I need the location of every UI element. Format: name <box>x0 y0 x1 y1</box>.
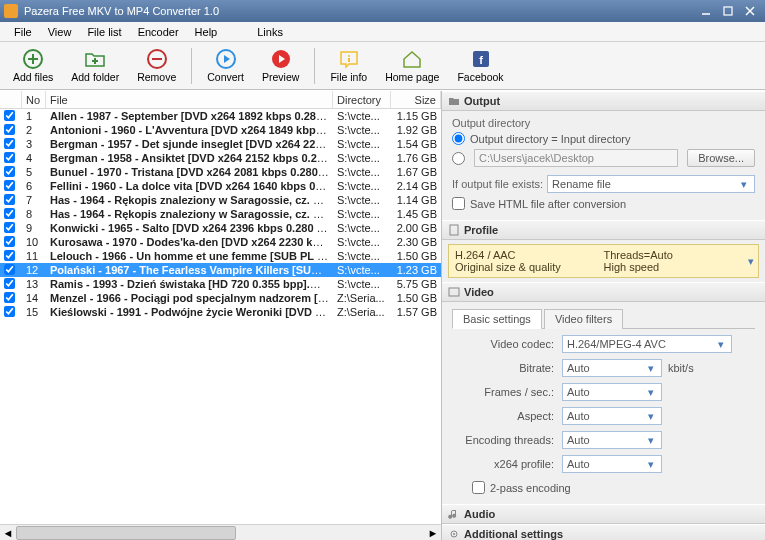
video-panel-header[interactable]: Video <box>442 282 765 302</box>
additional-panel-header[interactable]: Additional settings <box>442 524 765 540</box>
fb-icon: f <box>470 48 492 70</box>
row-checkbox[interactable] <box>4 166 15 177</box>
save-html-checkbox[interactable] <box>452 197 465 210</box>
table-row[interactable]: 10Kurosawa - 1970 - Dodes'ka-den [DVD x2… <box>0 235 441 249</box>
folder-plus-icon <box>84 48 106 70</box>
scroll-thumb[interactable] <box>16 526 236 540</box>
row-checkbox[interactable] <box>4 222 15 233</box>
preview-button[interactable]: Preview <box>253 45 308 86</box>
tab-video-filters[interactable]: Video filters <box>544 309 623 329</box>
table-row[interactable]: 9Konwicki - 1965 - Salto [DVD x264 2396 … <box>0 221 441 235</box>
fps-combo[interactable]: Auto▾ <box>562 383 662 401</box>
output-panel-header[interactable]: Output <box>442 91 765 111</box>
menu-encoder[interactable]: Encoder <box>130 24 187 40</box>
plus-icon <box>22 48 44 70</box>
col-dir[interactable]: Directory <box>333 91 391 108</box>
maximize-button[interactable] <box>717 3 739 19</box>
output-same-dir-radio[interactable]: Output directory = Input directory <box>452 132 755 145</box>
row-checkbox[interactable] <box>4 278 15 289</box>
row-checkbox[interactable] <box>4 152 15 163</box>
chevron-down-icon: ▾ <box>645 458 657 471</box>
row-checkbox[interactable] <box>4 110 15 121</box>
table-row[interactable]: 8Has - 1964 - Rękopis znaleziony w Sarag… <box>0 207 441 221</box>
film-icon <box>448 286 460 298</box>
aspect-combo[interactable]: Auto▾ <box>562 407 662 425</box>
svg-rect-18 <box>449 288 459 296</box>
table-row[interactable]: 14Menzel - 1966 - Pociągi pod specjalnym… <box>0 291 441 305</box>
profile-selector[interactable]: H.264 / AAC Original size & quality Thre… <box>448 244 759 278</box>
scroll-left-icon[interactable]: ◄ <box>0 525 16 541</box>
menu-view[interactable]: View <box>40 24 80 40</box>
table-row[interactable]: 7Has - 1964 - Rękopis znaleziony w Sarag… <box>0 193 441 207</box>
col-no[interactable]: No <box>22 91 46 108</box>
note-icon <box>448 508 460 520</box>
table-row[interactable]: 12Polański - 1967 - The Fearless Vampire… <box>0 263 441 277</box>
remove-button[interactable]: Remove <box>128 45 185 86</box>
table-row[interactable]: 3Bergman - 1957 - Det sjunde inseglet [D… <box>0 137 441 151</box>
add-folder-button[interactable]: Add folder <box>62 45 128 86</box>
file-info-button[interactable]: File info <box>321 45 376 86</box>
menu-file-list[interactable]: File list <box>79 24 129 40</box>
menu-help[interactable]: Help <box>187 24 226 40</box>
minus-icon <box>146 48 168 70</box>
twopass-checkbox[interactable] <box>472 481 485 494</box>
page-icon <box>448 224 460 236</box>
exists-combo[interactable]: Rename file▾ <box>547 175 755 193</box>
row-checkbox[interactable] <box>4 138 15 149</box>
table-row[interactable]: 4Bergman - 1958 - Ansiktet [DVD x264 215… <box>0 151 441 165</box>
chevron-down-icon: ▾ <box>748 255 754 268</box>
table-row[interactable]: 6Fellini - 1960 - La dolce vita [DVD x26… <box>0 179 441 193</box>
chevron-down-icon: ▾ <box>645 386 657 399</box>
menu-file[interactable]: File <box>6 24 40 40</box>
add-files-button[interactable]: Add files <box>4 45 62 86</box>
table-row[interactable]: 1Allen - 1987 - September [DVD x264 1892… <box>0 109 441 123</box>
settings-panel: Output Output directory Output directory… <box>442 91 765 540</box>
folder-arrow-icon <box>448 95 460 107</box>
row-checkbox[interactable] <box>4 208 15 219</box>
row-checkbox[interactable] <box>4 264 15 275</box>
profile-panel-header[interactable]: Profile <box>442 220 765 240</box>
table-row[interactable]: 11Lelouch - 1966 - Un homme et une femme… <box>0 249 441 263</box>
tab-basic-settings[interactable]: Basic settings <box>452 309 542 329</box>
row-checkbox[interactable] <box>4 194 15 205</box>
row-checkbox[interactable] <box>4 236 15 247</box>
row-checkbox[interactable] <box>4 250 15 261</box>
toolbar: Add filesAdd folderRemoveConvertPreviewF… <box>0 42 765 90</box>
audio-panel-header[interactable]: Audio <box>442 504 765 524</box>
row-checkbox[interactable] <box>4 180 15 191</box>
scroll-right-icon[interactable]: ► <box>425 525 441 541</box>
output-custom-dir-radio[interactable] <box>452 152 465 165</box>
list-header: No File Directory Size <box>0 91 441 109</box>
chevron-down-icon: ▾ <box>645 410 657 423</box>
minimize-button[interactable] <box>695 3 717 19</box>
menu-links[interactable]: Links <box>249 24 291 40</box>
horizontal-scrollbar[interactable]: ◄ ► <box>0 524 441 540</box>
convert-button[interactable]: Convert <box>198 45 253 86</box>
row-checkbox[interactable] <box>4 306 15 317</box>
home-icon <box>401 48 423 70</box>
row-checkbox[interactable] <box>4 124 15 135</box>
row-checkbox[interactable] <box>4 292 15 303</box>
svg-rect-17 <box>450 225 458 235</box>
threads-combo[interactable]: Auto▾ <box>562 431 662 449</box>
table-row[interactable]: 13Ramis - 1993 - Dzień świstaka [HD 720 … <box>0 277 441 291</box>
main: No File Directory Size 1Allen - 1987 - S… <box>0 90 765 540</box>
col-size[interactable]: Size <box>391 91 441 108</box>
bitrate-combo[interactable]: Auto▾ <box>562 359 662 377</box>
list-body[interactable]: 1Allen - 1987 - September [DVD x264 1892… <box>0 109 441 524</box>
svg-rect-1 <box>724 7 732 15</box>
browse-button[interactable]: Browse... <box>687 149 755 167</box>
col-file[interactable]: File <box>46 91 333 108</box>
table-row[interactable]: 5Bunuel - 1970 - Tristana [DVD x264 2081… <box>0 165 441 179</box>
table-row[interactable]: 2Antonioni - 1960 - L'Avventura [DVD x26… <box>0 123 441 137</box>
svg-point-20 <box>453 533 455 535</box>
output-path-field[interactable] <box>474 149 678 167</box>
video-codec-combo[interactable]: H.264/MPEG-4 AVC▾ <box>562 335 732 353</box>
close-button[interactable] <box>739 3 761 19</box>
info-icon <box>338 48 360 70</box>
facebook-button[interactable]: fFacebook <box>448 45 512 86</box>
table-row[interactable]: 15Kieślowski - 1991 - Podwójne życie Wer… <box>0 305 441 319</box>
x264-combo[interactable]: Auto▾ <box>562 455 662 473</box>
exists-label: If output file exists: <box>452 178 543 190</box>
home-page-button[interactable]: Home page <box>376 45 448 86</box>
